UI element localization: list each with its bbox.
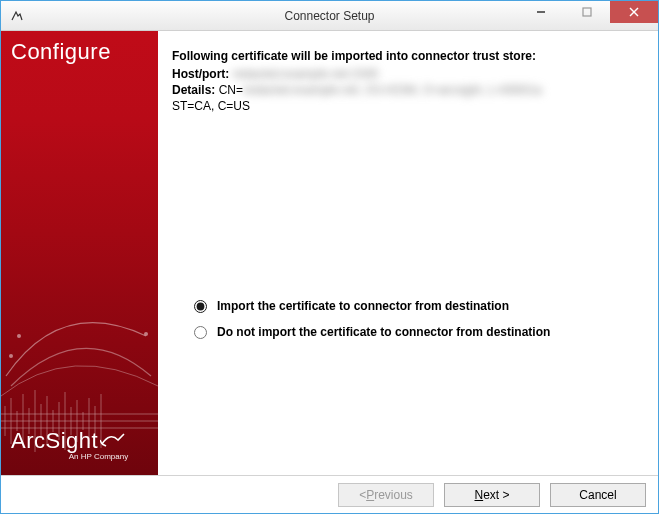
details-line: Details: CN=redacted.example.net, OU=ESM… (172, 83, 640, 97)
brand-glyph (98, 428, 128, 454)
svg-point-5 (17, 334, 21, 338)
details-tail: ST=CA, C=US (172, 99, 640, 113)
hostport-label: Host/port: (172, 67, 229, 81)
svg-point-4 (9, 354, 13, 358)
svg-point-6 (144, 332, 148, 336)
wizard-footer: < Previous Next > Cancel (1, 475, 658, 513)
option-import[interactable]: Import the certificate to connector from… (172, 299, 640, 313)
radio-import[interactable] (194, 300, 207, 313)
window-controls (518, 1, 658, 30)
radio-no-import[interactable] (194, 326, 207, 339)
option-import-label: Import the certificate to connector from… (217, 299, 509, 313)
svg-line-27 (100, 440, 102, 444)
minimize-button[interactable] (518, 1, 564, 23)
titlebar: Connector Setup (1, 1, 658, 31)
previous-button: < Previous (338, 483, 434, 507)
sidebar-title: Configure (1, 31, 158, 65)
close-button[interactable] (610, 1, 658, 23)
import-options: Import the certificate to connector from… (172, 299, 640, 339)
brand-logo: ArcSight An HP Company (11, 428, 128, 461)
content-area: Configure (1, 31, 658, 475)
hostport-value: redacted.example.net:2345 (233, 67, 378, 81)
option-no-import-label: Do not import the certificate to connect… (217, 325, 550, 339)
brand-text: ArcSight (11, 428, 98, 454)
svg-line-28 (102, 444, 106, 446)
app-icon (9, 8, 25, 24)
cert-heading: Following certificate will be imported i… (172, 49, 640, 63)
option-no-import[interactable]: Do not import the certificate to connect… (172, 325, 640, 339)
details-label: Details: (172, 83, 215, 97)
svg-rect-1 (583, 8, 591, 16)
sidebar: Configure (1, 31, 158, 475)
details-value: redacted.example.net, OU=ESM, O=arcsight… (243, 83, 542, 97)
main-panel: Following certificate will be imported i… (158, 31, 658, 475)
details-cn-prefix: CN= (219, 83, 243, 97)
maximize-button[interactable] (564, 1, 610, 23)
next-button[interactable]: Next > (444, 483, 540, 507)
brand-tagline: An HP Company (11, 452, 128, 461)
cancel-button[interactable]: Cancel (550, 483, 646, 507)
hostport-line: Host/port: redacted.example.net:2345 (172, 67, 640, 81)
